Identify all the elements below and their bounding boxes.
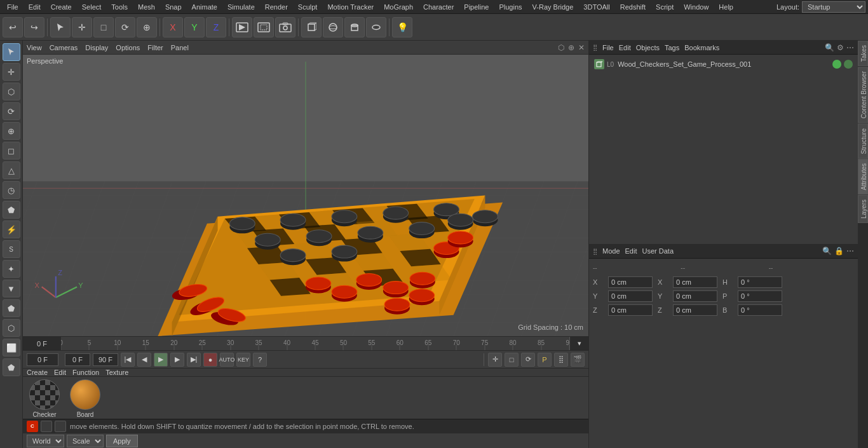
am-search-icon[interactable]: 🔍 [822, 247, 832, 255]
menu-animate[interactable]: Animate [187, 2, 222, 12]
menu-snap[interactable]: Snap [161, 2, 186, 12]
menu-select[interactable]: Select [78, 2, 106, 12]
render-region-button[interactable] [254, 17, 274, 37]
rotate-btn[interactable]: ⟳ [3, 102, 20, 120]
select-tool-button[interactable] [50, 17, 71, 37]
material-checker[interactable]: Checker [27, 379, 62, 418]
loop-select-btn[interactable]: ◷ [3, 181, 20, 199]
play-button[interactable]: ▶ [154, 353, 168, 367]
tab-structure[interactable]: Structure [858, 124, 868, 159]
step-back-button[interactable]: ◀ [137, 353, 151, 367]
menu-simulate[interactable]: Simulate [223, 2, 259, 12]
points-mode-button[interactable] [301, 17, 322, 37]
menu-file[interactable]: File [3, 2, 23, 12]
vp-menu-view[interactable]: View [27, 44, 42, 51]
am-z-rot[interactable] [673, 304, 717, 316]
om-visibility-dot[interactable] [832, 60, 841, 69]
tab-takes[interactable]: Takes [858, 41, 868, 66]
apply-button[interactable]: Apply [106, 435, 138, 447]
pointer-tool-btn[interactable] [3, 43, 20, 61]
move-tool-button[interactable]: ✛ [72, 17, 92, 37]
menu-window[interactable]: Window [679, 2, 713, 12]
menu-mesh[interactable]: Mesh [133, 2, 159, 12]
am-y-pos[interactable] [608, 290, 653, 302]
menu-create[interactable]: Create [46, 2, 76, 12]
am-more-icon[interactable]: ⋯ [846, 247, 854, 255]
autokey-button[interactable]: AUTO [220, 353, 234, 367]
am-h-val[interactable] [738, 276, 782, 288]
menu-render[interactable]: Render [261, 2, 292, 12]
preview-start-field[interactable] [65, 353, 90, 366]
poly-mode-button[interactable] [344, 17, 365, 37]
stitch-btn[interactable]: ⬟ [3, 358, 20, 376]
mat-edit[interactable]: Edit [54, 369, 66, 376]
am-edit[interactable]: Edit [625, 247, 637, 255]
rewind-button[interactable]: |◀ [121, 353, 135, 367]
move-tool-right[interactable]: ✛ [488, 353, 502, 367]
om-bookmarks[interactable]: Bookmarks [684, 44, 719, 51]
vp-menu-cameras[interactable]: Cameras [50, 44, 78, 51]
om-more-icon[interactable]: ⋯ [846, 43, 854, 52]
grid-button[interactable]: ⣿ [554, 353, 568, 367]
om-settings-icon[interactable]: ⚙ [837, 43, 844, 52]
am-mode[interactable]: Mode [602, 247, 620, 255]
pivot-button[interactable]: P [538, 353, 552, 367]
menu-help[interactable]: Help [714, 2, 738, 12]
undo-button[interactable]: ↩ [3, 17, 23, 37]
render-view-button[interactable] [232, 17, 252, 37]
transform-tool-button[interactable]: ⊕ [137, 17, 157, 37]
help-button[interactable]: ? [253, 353, 267, 367]
om-render-dot[interactable] [844, 60, 853, 69]
transform-btn[interactable]: ⊕ [3, 122, 20, 140]
vp-expand-icon[interactable]: ⬡ [558, 43, 564, 52]
menu-plugins[interactable]: Plugins [494, 2, 526, 12]
render-to-picture-button[interactable] [275, 17, 295, 37]
redo-button[interactable]: ↪ [24, 17, 44, 37]
vp-menu-filter[interactable]: Filter [147, 44, 163, 51]
menu-vray[interactable]: V-Ray Bridge [528, 2, 578, 12]
menu-pipeline[interactable]: Pipeline [459, 2, 493, 12]
menu-motion-tracker[interactable]: Motion Tracker [323, 2, 378, 12]
extrude-btn[interactable]: ⬡ [3, 319, 20, 337]
tab-layers[interactable]: Layers [858, 195, 868, 223]
om-tags[interactable]: Tags [665, 44, 679, 51]
record-button[interactable]: ● [203, 353, 217, 367]
x-axis-button[interactable]: X [163, 17, 183, 37]
tab-attributes[interactable]: Attributes [858, 159, 868, 194]
vp-settings-icon[interactable]: ⊕ [568, 43, 574, 52]
move-btn[interactable]: ✛ [3, 63, 20, 81]
status-icon-2[interactable] [55, 421, 66, 432]
vp-close-icon[interactable]: ✕ [578, 43, 585, 52]
material-board[interactable]: Board [67, 379, 103, 418]
menu-redshift[interactable]: Redshift [616, 2, 650, 12]
obj-mode-button[interactable] [366, 17, 386, 37]
menu-character[interactable]: Character [419, 2, 458, 12]
vp-menu-display[interactable]: Display [85, 44, 108, 51]
scale-tool-right[interactable]: □ [505, 353, 519, 367]
mat-create[interactable]: Create [27, 369, 48, 376]
vp-menu-options[interactable]: Options [116, 44, 140, 51]
z-axis-button[interactable]: Z [206, 17, 226, 37]
star-btn[interactable]: ✦ [3, 260, 20, 278]
om-objects[interactable]: Objects [636, 44, 660, 51]
world-select[interactable]: World [27, 435, 64, 447]
bevel-btn[interactable]: ⬟ [3, 299, 20, 317]
smooth-btn[interactable]: S [3, 240, 20, 258]
bridge-btn[interactable]: ⬜ [3, 339, 20, 356]
preview-end-field[interactable] [93, 353, 118, 366]
om-search-icon[interactable]: 🔍 [825, 43, 834, 52]
menu-edit[interactable]: Edit [24, 2, 45, 12]
vp-menu-panel[interactable]: Panel [171, 44, 189, 51]
menu-script[interactable]: Script [651, 2, 678, 12]
am-lock-icon[interactable]: 🔒 [834, 247, 844, 255]
rotate-tool-button[interactable]: ⟳ [115, 17, 135, 37]
path-select-btn[interactable]: ⬟ [3, 201, 20, 219]
status-icon-1[interactable] [41, 421, 52, 432]
magnet-btn[interactable]: ⚡ [3, 221, 20, 238]
am-p-val[interactable] [738, 290, 782, 302]
y-axis-button[interactable]: Y [184, 17, 205, 37]
light-button[interactable]: 💡 [392, 17, 412, 37]
mat-function[interactable]: Function [72, 369, 99, 376]
rotate-tool-right[interactable]: ⟳ [521, 353, 535, 367]
key-button[interactable]: KEY [236, 353, 250, 367]
